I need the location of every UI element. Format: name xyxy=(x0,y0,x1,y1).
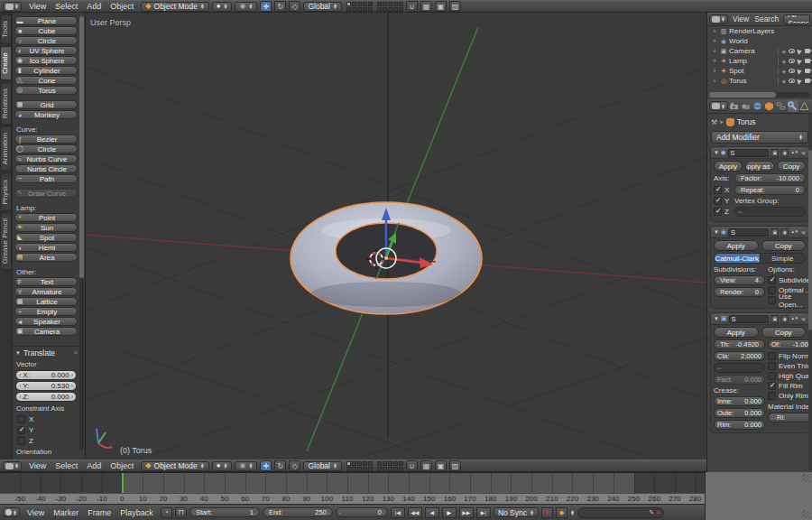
number-field[interactable]: ‹ Y: 0.530 › xyxy=(15,381,77,391)
toolshelf-tab[interactable]: Physics xyxy=(0,173,12,211)
restrict-select-icon[interactable] xyxy=(797,58,803,64)
shelf-item[interactable]: ┄ Path xyxy=(14,174,78,183)
checkbox[interactable] xyxy=(714,208,722,216)
shelf-item[interactable] xyxy=(14,199,78,202)
modifier-option[interactable]: Even Thic... xyxy=(768,361,809,371)
number-field[interactable]: ‹ Z: 0.000 › xyxy=(15,392,77,402)
modifier-header[interactable]: ▼ ◉ S ▣ ◉ ▲▼ xyxy=(711,227,808,238)
toolshelf-scrollbar[interactable] xyxy=(79,16,84,450)
shelf-item[interactable]: Other: xyxy=(14,267,78,276)
layers-widget[interactable] xyxy=(377,2,403,12)
layer-toggle[interactable] xyxy=(388,461,392,466)
viewport-3d[interactable]: User Persp (0) Torus xyxy=(86,13,706,460)
expand-icon[interactable] xyxy=(713,48,718,54)
vertex-group-field[interactable] xyxy=(734,207,806,217)
shelf-item[interactable]: ◕ Monkey xyxy=(14,110,78,119)
modifier-option[interactable]: Flip Norm... xyxy=(768,351,809,361)
shelf-item[interactable]: ▬ Plane xyxy=(14,16,78,25)
menu-item[interactable]: View xyxy=(24,2,51,11)
toggle-view-icon[interactable]: ◉ xyxy=(780,315,789,323)
shelf-item[interactable]: Lamp: xyxy=(14,203,78,212)
modifier-option[interactable]: Fill Rim xyxy=(768,381,809,391)
shelf-item[interactable]: ◯ Circle xyxy=(14,144,78,153)
outliner-row[interactable]: ◎ Torus xyxy=(707,76,812,86)
move-up-down-icons[interactable]: ▲▼ xyxy=(790,317,798,320)
shelf-item[interactable] xyxy=(14,120,78,124)
transform-orientation-dropdown[interactable]: Global xyxy=(303,461,342,471)
shelf-item[interactable]: ◌ Nurbs Circle xyxy=(14,164,78,173)
shelf-item[interactable]: + Empty xyxy=(14,307,78,316)
tab-render[interactable] xyxy=(729,100,740,112)
checkbox[interactable] xyxy=(17,426,25,434)
edit-pencil-icon[interactable] xyxy=(649,509,654,516)
shelf-item[interactable]: △ Cone xyxy=(14,76,78,85)
layer-toggle[interactable] xyxy=(357,467,362,471)
modifier-name-field[interactable]: S xyxy=(727,149,769,157)
layer-toggle[interactable] xyxy=(393,467,398,471)
drag-handle-icon[interactable]: ≡ xyxy=(74,349,77,356)
clamp-field[interactable]: Cla: 2.0000 xyxy=(714,351,765,361)
layer-toggle[interactable] xyxy=(357,2,362,6)
layer-toggle[interactable] xyxy=(352,467,356,471)
copy-button[interactable]: Copy xyxy=(761,240,807,251)
play-reverse-button[interactable] xyxy=(425,507,439,518)
simple-button[interactable]: Simple xyxy=(761,253,807,264)
collapse-triangle-icon[interactable]: ▼ xyxy=(714,150,719,155)
playhead[interactable] xyxy=(122,473,124,493)
transform-orientation-dropdown[interactable]: Global xyxy=(303,2,342,12)
expand-icon[interactable] xyxy=(713,58,718,64)
stepper-left-icon[interactable]: ‹ xyxy=(19,383,21,389)
layer-toggle[interactable] xyxy=(383,7,387,12)
toggle-render-icon[interactable]: ▣ xyxy=(770,315,779,323)
vertex-group-field[interactable] xyxy=(714,363,765,373)
stepper-right-icon[interactable]: › xyxy=(71,372,73,378)
layer-toggle[interactable] xyxy=(399,467,403,471)
layer-toggle[interactable] xyxy=(399,2,403,6)
layer-toggle[interactable] xyxy=(363,7,367,12)
layer-toggle[interactable] xyxy=(346,467,351,471)
lock-icon[interactable]: ⊓ xyxy=(175,507,187,518)
layer-toggle[interactable] xyxy=(377,7,382,12)
restrict-extra-icon[interactable] xyxy=(781,68,786,74)
layer-toggle[interactable] xyxy=(393,461,398,466)
render-opengl-icon[interactable]: ▣ xyxy=(435,1,447,12)
shelf-item[interactable]: ☀ Sun xyxy=(14,223,78,232)
pivot-dropdown[interactable]: ◉ xyxy=(235,461,257,471)
layer-toggle[interactable] xyxy=(357,7,362,12)
layer-toggle[interactable] xyxy=(393,7,398,12)
layer-toggle[interactable] xyxy=(352,461,356,466)
layer-toggle[interactable] xyxy=(377,461,382,466)
timeline-track[interactable] xyxy=(0,472,705,493)
layer-toggle[interactable] xyxy=(388,2,392,6)
toolshelf-tab[interactable]: Create xyxy=(0,46,12,80)
layer-toggle[interactable] xyxy=(363,2,367,6)
play-button[interactable] xyxy=(442,507,457,518)
close-icon[interactable] xyxy=(801,149,806,157)
rim-material-field[interactable]: ‹› Ri: 0 xyxy=(768,413,809,422)
layer-toggle[interactable] xyxy=(388,467,392,471)
collapse-triangle-icon[interactable]: ▼ xyxy=(714,229,719,235)
tab-modifiers[interactable] xyxy=(788,100,798,112)
shelf-item[interactable]: ≈ Nurbs Curve xyxy=(14,154,78,163)
layer-toggle[interactable] xyxy=(368,467,373,471)
apply-button[interactable]: Apply xyxy=(714,327,759,338)
close-icon[interactable] xyxy=(801,315,806,323)
layer-toggle[interactable] xyxy=(368,461,373,466)
toggle-view-icon[interactable]: ◉ xyxy=(780,228,789,237)
offset-field[interactable]: Of: -1.0000 xyxy=(768,339,809,349)
axis-checkbox-row[interactable]: Z xyxy=(13,435,79,446)
apply-as-shape-button[interactable]: Apply as S xyxy=(745,161,774,172)
sync-mode-dropdown[interactable]: No Sync xyxy=(494,507,539,517)
tab-object-data[interactable] xyxy=(799,100,810,112)
editor-type-button[interactable] xyxy=(709,101,728,111)
modifier-option[interactable]: Subdivide... xyxy=(768,275,809,285)
shelf-item[interactable] xyxy=(14,96,78,99)
menu-item[interactable]: Marker xyxy=(49,508,83,517)
menu-item[interactable]: View xyxy=(730,14,752,23)
restrict-extra-icon[interactable] xyxy=(781,78,786,84)
checkbox[interactable] xyxy=(714,186,722,194)
area-corner-grip[interactable] xyxy=(802,474,810,482)
area-corner-grip[interactable] xyxy=(802,510,810,518)
menu-item[interactable]: Add xyxy=(82,461,106,470)
layers-widget[interactable] xyxy=(346,2,373,12)
